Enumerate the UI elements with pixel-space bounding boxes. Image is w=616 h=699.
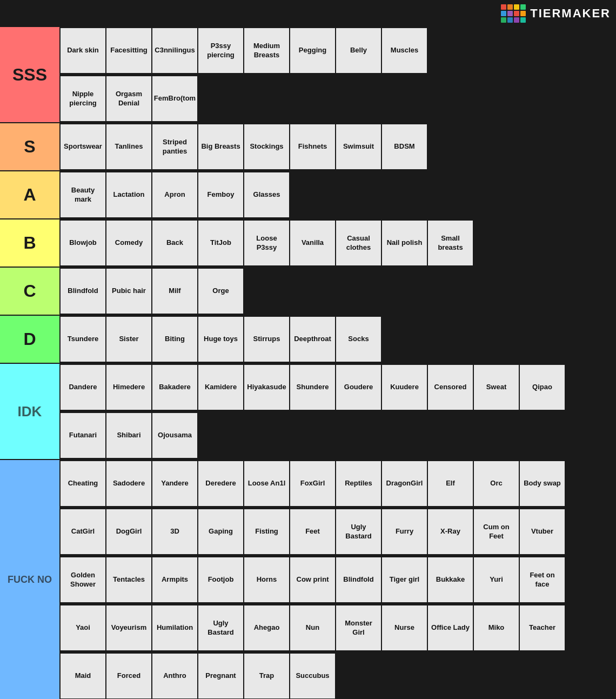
list-item[interactable]: Gaping [198,509,243,554]
list-item[interactable]: Facesitting [106,28,151,73]
list-item[interactable]: Ahegao [244,605,289,650]
list-item[interactable]: Tiger girl [382,557,427,602]
list-item[interactable]: Big Breasts [198,124,243,169]
list-item[interactable]: FoxGirl [290,461,335,506]
list-item[interactable]: Fisting [244,509,289,554]
list-item[interactable]: Humilation [152,605,197,650]
list-item[interactable]: Footjob [198,557,243,602]
list-item[interactable]: Sadodere [106,461,151,506]
list-item[interactable]: P3ssy piercing [198,28,243,73]
list-item[interactable]: Tsundere [61,317,105,362]
list-item[interactable]: Kuudere [382,365,427,410]
list-item[interactable]: FemBro(tom [152,76,197,121]
list-item[interactable]: Swimsuit [336,124,381,169]
list-item[interactable]: Beauty mark [61,172,105,217]
list-item[interactable]: Huge toys [198,317,243,362]
list-item[interactable]: Deepthroat [290,317,335,362]
list-item[interactable]: Pegging [290,28,335,73]
list-item[interactable]: C3nnilingus [152,28,197,73]
list-item[interactable]: 3D [152,509,197,554]
list-item[interactable]: Orc [474,461,519,506]
list-item[interactable]: Sweat [474,365,519,410]
list-item[interactable]: Body swap [520,461,565,506]
list-item[interactable]: DragonGirl [382,461,427,506]
list-item[interactable]: Furry [382,509,427,554]
list-item[interactable]: Glasses [244,172,289,217]
list-item[interactable]: Yuri [474,557,519,602]
list-item[interactable]: Stirrups [244,317,289,362]
list-item[interactable]: Sister [106,317,151,362]
list-item[interactable]: Futanari [61,413,105,458]
list-item[interactable]: Orgasm Denial [106,76,151,121]
list-item[interactable]: Maid [61,654,105,698]
list-item[interactable]: Succubus [290,654,335,698]
list-item[interactable]: Pregnant [198,654,243,698]
list-item[interactable]: Nun [290,605,335,650]
list-item[interactable]: Tentacles [106,557,151,602]
list-item[interactable]: Voyeurism [106,605,151,650]
list-item[interactable]: Miko [474,605,519,650]
list-item[interactable]: Belly [336,28,381,73]
list-item[interactable]: Dark skin [61,28,105,73]
list-item[interactable]: Hiyakasude [244,365,289,410]
list-item[interactable]: Golden Shower [61,557,105,602]
list-item[interactable]: X-Ray [428,509,473,554]
list-item[interactable]: Nail polish [382,221,427,265]
list-item[interactable]: Medium Breasts [244,28,289,73]
list-item[interactable]: Yandere [152,461,197,506]
list-item[interactable]: Anthro [152,654,197,698]
list-item[interactable]: Loose P3ssy [244,221,289,265]
list-item[interactable]: Sportswear [61,124,105,169]
list-item[interactable]: Yaoi [61,605,105,650]
list-item[interactable]: Shundere [290,365,335,410]
list-item[interactable]: Cow print [290,557,335,602]
list-item[interactable]: Vanilla [290,221,335,265]
list-item[interactable]: Elf [428,461,473,506]
list-item[interactable]: Bukkake [428,557,473,602]
list-item[interactable]: Himedere [106,365,151,410]
list-item[interactable]: Cum on Feet [474,509,519,554]
list-item[interactable]: Reptiles [336,461,381,506]
list-item[interactable]: Milf [152,269,197,314]
list-item[interactable]: Teacher [520,605,565,650]
list-item[interactable]: Muscles [382,28,427,73]
list-item[interactable]: Qipao [520,365,565,410]
list-item[interactable]: Ugly Bastard [198,605,243,650]
list-item[interactable]: CatGirl [61,509,105,554]
list-item[interactable]: Pubic hair [106,269,151,314]
list-item[interactable]: TitJob [198,221,243,265]
list-item[interactable]: Lactation [106,172,151,217]
list-item[interactable]: Forced [106,654,151,698]
list-item[interactable]: Bakadere [152,365,197,410]
list-item[interactable]: Socks [336,317,381,362]
list-item[interactable]: Fishnets [290,124,335,169]
list-item[interactable]: Blowjob [61,221,105,265]
list-item[interactable]: Casual clothes [336,221,381,265]
list-item[interactable]: Feet [290,509,335,554]
list-item[interactable]: Vtuber [520,509,565,554]
list-item[interactable]: Small breasts [428,221,473,265]
list-item[interactable]: Nipple piercing [61,76,105,121]
list-item[interactable]: Orge [198,269,243,314]
list-item[interactable]: Stockings [244,124,289,169]
list-item[interactable]: Armpits [152,557,197,602]
list-item[interactable]: Censored [428,365,473,410]
list-item[interactable]: DogGirl [106,509,151,554]
list-item[interactable]: Femboy [198,172,243,217]
list-item[interactable]: Dandere [61,365,105,410]
list-item[interactable]: Back [152,221,197,265]
list-item[interactable]: Blindfold [336,557,381,602]
list-item[interactable]: Monster Girl [336,605,381,650]
list-item[interactable]: Apron [152,172,197,217]
list-item[interactable]: Office Lady [428,605,473,650]
list-item[interactable]: Trap [244,654,289,698]
list-item[interactable]: Ojousama [152,413,197,458]
list-item[interactable]: Loose An1l [244,461,289,506]
list-item[interactable]: Blindfold [61,269,105,314]
list-item[interactable]: Shibari [106,413,151,458]
list-item[interactable]: Comedy [106,221,151,265]
list-item[interactable]: Tanlines [106,124,151,169]
list-item[interactable]: Striped panties [152,124,197,169]
list-item[interactable]: Deredere [198,461,243,506]
list-item[interactable]: Ugly Bastard [336,509,381,554]
